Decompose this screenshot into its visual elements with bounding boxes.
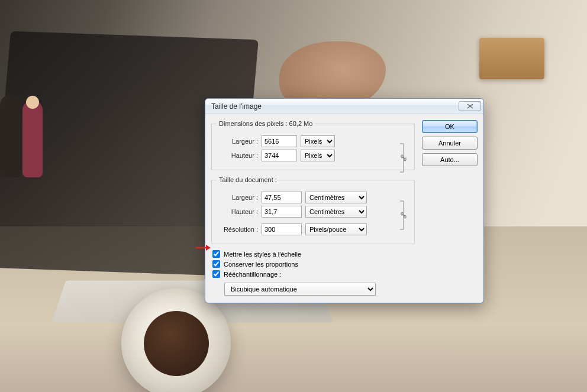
resample-label[interactable]: Rééchantillonnage : xyxy=(224,271,281,278)
scale-styles-row: Mettre les styles à l'échelle xyxy=(212,250,415,258)
resolution-label: Résolution : xyxy=(217,226,258,233)
bg-figurine xyxy=(22,101,43,177)
resolution-input[interactable] xyxy=(262,223,302,235)
bg-figurine xyxy=(0,95,21,177)
titlebar[interactable]: Taille de l'image xyxy=(205,99,483,114)
doc-width-input[interactable] xyxy=(262,192,302,203)
pixel-dimensions-legend: Dimensions des pixels : 60,2 Mo xyxy=(217,120,315,127)
resample-checkbox[interactable] xyxy=(212,270,220,278)
scale-styles-label[interactable]: Mettre les styles à l'échelle xyxy=(224,251,301,258)
doc-height-label: Hauteur : xyxy=(217,208,258,215)
pixel-width-label: Largeur : xyxy=(217,138,258,145)
doc-width-unit-select[interactable]: Centimètres xyxy=(305,192,367,203)
pixel-height-unit-select[interactable]: Pixels xyxy=(301,150,335,161)
doc-height-input[interactable] xyxy=(262,206,302,218)
close-icon xyxy=(466,103,474,109)
resample-row: Rééchantillonnage : xyxy=(212,270,415,278)
document-size-group: Taille du document : Largeur : Centimètr… xyxy=(211,176,415,244)
svg-marker-7 xyxy=(206,245,211,251)
chain-icon xyxy=(400,212,407,219)
constrain-link-icon xyxy=(399,141,408,174)
doc-width-row: Largeur : Centimètres xyxy=(217,192,409,203)
constrain-proportions-row: Conserver les proportions xyxy=(212,260,415,268)
dialog-content: Dimensions des pixels : 60,2 Mo Largeur … xyxy=(205,114,483,303)
doc-height-row: Hauteur : Centimètres xyxy=(217,206,409,218)
auto-button[interactable]: Auto... xyxy=(422,153,478,166)
resolution-row: Résolution : Pixels/pouce xyxy=(217,223,409,235)
close-button[interactable] xyxy=(459,101,481,111)
resolution-unit-select[interactable]: Pixels/pouce xyxy=(305,223,367,235)
pixel-width-input[interactable] xyxy=(262,135,297,147)
pixel-height-input[interactable] xyxy=(262,150,297,161)
image-size-dialog: Taille de l'image Dimensions des pixels … xyxy=(205,98,484,303)
right-column: OK Annuler Auto... xyxy=(422,120,478,296)
bg-coffee-cup xyxy=(121,289,231,392)
resample-method-select[interactable]: Bicubique automatique xyxy=(224,283,376,296)
annotation-arrow-icon xyxy=(195,242,211,255)
doc-height-unit-select[interactable]: Centimètres xyxy=(305,206,367,218)
left-column: Dimensions des pixels : 60,2 Mo Largeur … xyxy=(211,120,415,296)
constrain-link-icon xyxy=(399,199,408,232)
pixel-dimensions-group: Dimensions des pixels : 60,2 Mo Largeur … xyxy=(211,120,415,170)
constrain-proportions-label[interactable]: Conserver les proportions xyxy=(224,261,298,268)
cancel-button[interactable]: Annuler xyxy=(422,137,478,150)
ok-button[interactable]: OK xyxy=(422,120,478,133)
chain-icon xyxy=(400,154,407,161)
doc-width-label: Largeur : xyxy=(217,194,258,201)
pixel-height-row: Hauteur : Pixels xyxy=(217,150,409,161)
pixel-height-label: Hauteur : xyxy=(217,152,258,159)
pixel-width-row: Largeur : Pixels xyxy=(217,135,409,147)
constrain-proportions-checkbox[interactable] xyxy=(212,260,220,268)
document-size-legend: Taille du document : xyxy=(217,176,279,183)
dialog-title: Taille de l'image xyxy=(211,102,459,111)
bg-box xyxy=(479,38,544,79)
pixel-width-unit-select[interactable]: Pixels xyxy=(301,135,335,147)
scale-styles-checkbox[interactable] xyxy=(212,250,220,258)
